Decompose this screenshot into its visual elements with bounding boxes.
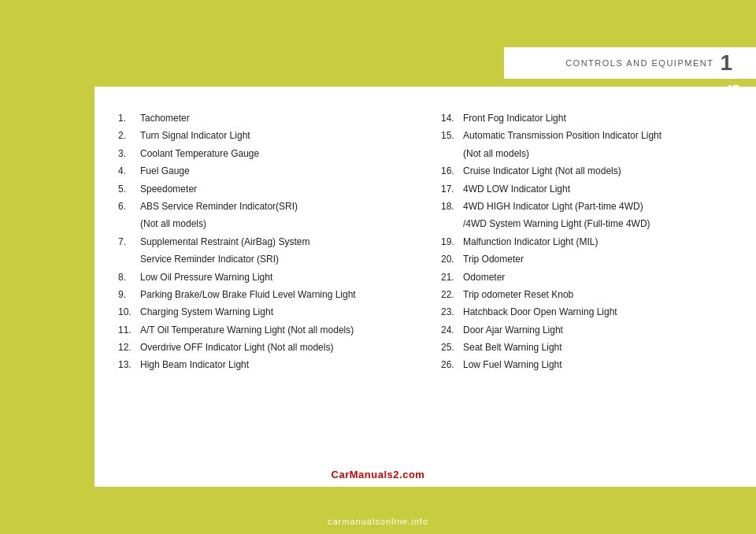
list-item-text: Trip Odometer: [463, 251, 732, 267]
list-item: 6.ABS Service Reminder Indicator(SRI): [118, 198, 410, 214]
list-item: 12.Overdrive OFF Indicator Light (Not al…: [118, 339, 410, 355]
list-item-number: 15.: [441, 128, 463, 143]
list-item-text: Cruise Indicator Light (Not all models): [463, 163, 732, 179]
list-item-text: 4WD LOW Indicator Light: [463, 181, 732, 197]
watermark: CarManuals2.com: [332, 469, 425, 480]
list-item: 7.Supplemental Restraint (AirBag) System…: [118, 234, 410, 268]
left-list: 1.Tachometer2.Turn Signal Indicator Ligh…: [118, 110, 410, 471]
list-item-text: High Beam Indicator Light: [140, 357, 410, 373]
list-item-number: 26.: [441, 357, 463, 373]
list-item: 3.Coolant Temperature Gauge: [118, 146, 410, 161]
list-item-number: 4.: [118, 163, 140, 179]
list-item: 13.High Beam Indicator Light: [118, 357, 410, 373]
list-item: 1.Tachometer: [118, 110, 410, 126]
list-item: 11.A/T Oil Temperature Warning Light (No…: [118, 322, 410, 338]
list-item-number: 20.: [441, 251, 463, 267]
list-item: 4.Fuel Gauge: [118, 163, 410, 179]
list-item-number: 7.: [118, 234, 140, 250]
list-item-text: Supplemental Restraint (AirBag) System: [140, 234, 410, 250]
list-item: 1.Tachometer: [118, 110, 410, 126]
list-item: 18.4WD HIGH Indicator Light (Part-time 4…: [441, 198, 732, 232]
list-item: 21.Odometer: [441, 269, 732, 285]
list-item: 23.Hatchback Door Open Warning Light: [441, 304, 732, 320]
list-item-indent: /4WD System Warning Light (Full-time 4WD…: [441, 216, 732, 232]
list-item: 17.4WD LOW Indicator Light: [441, 181, 732, 197]
left-bar: [0, 87, 94, 487]
list-item: 17.4WD LOW Indicator Light: [441, 181, 732, 197]
list-item-text: 4WD HIGH Indicator Light (Part-time 4WD): [463, 198, 732, 214]
list-item-number: 23.: [441, 304, 463, 320]
list-item: 8.Low Oil Pressure Warning Light: [118, 269, 410, 285]
list-item: 7.Supplemental Restraint (AirBag) System: [118, 234, 410, 250]
list-item-number: 11.: [118, 322, 140, 338]
list-item-number: 8.: [118, 269, 140, 285]
list-item: 16.Cruise Indicator Light (Not all model…: [441, 163, 732, 179]
list-item-number: 24.: [441, 322, 463, 338]
list-item: 16.Cruise Indicator Light (Not all model…: [441, 163, 732, 179]
list-item: 24.Door Ajar Warning Light: [441, 322, 732, 338]
list-item-indent: (Not all models): [118, 216, 410, 232]
list-item-number: 16.: [441, 163, 463, 179]
list-item: 20.Trip Odometer: [441, 251, 732, 267]
list-item: 15.Automatic Transmission Position Indic…: [441, 128, 732, 161]
list-item: 2.Turn Signal Indicator Light: [118, 128, 410, 143]
list-item: 10.Charging System Warning Light: [118, 304, 410, 320]
list-item: 23.Hatchback Door Open Warning Light: [441, 304, 732, 320]
list-item-text: Trip odometer Reset Knob: [463, 287, 732, 302]
bottom-bar: carmanualsonline.info: [0, 487, 756, 534]
list-item: 14.Front Fog Indicator Light: [441, 110, 732, 126]
list-item-number: 9.: [118, 287, 140, 302]
list-item-text: Hatchback Door Open Warning Light: [463, 304, 732, 320]
list-item-indent: Service Reminder Indicator (SRI): [118, 251, 410, 267]
list-item-number: 22.: [441, 287, 463, 302]
list-item-number: 5.: [118, 181, 140, 197]
list-item-number: 19.: [441, 234, 463, 250]
list-item: 9.Parking Brake/Low Brake Fluid Level Wa…: [118, 287, 410, 302]
chapter-title: CONTROLS AND EQUIPMENT: [565, 58, 713, 68]
list-item: 8.Low Oil Pressure Warning Light: [118, 269, 410, 285]
list-item: 3.Coolant Temperature Gauge: [118, 146, 410, 161]
list-item-text: Speedometer: [140, 181, 410, 197]
footer-website: carmanualsonline.info: [328, 517, 428, 526]
list-item-text: Coolant Temperature Gauge: [140, 146, 410, 161]
list-item-text: Door Ajar Warning Light: [463, 322, 732, 338]
list-item-text: Parking Brake/Low Brake Fluid Level Warn…: [140, 287, 410, 302]
list-item-text: Low Fuel Warning Light: [463, 357, 732, 373]
list-item-number: 12.: [118, 339, 140, 355]
list-item: 25.Seat Belt Warning Light: [441, 339, 732, 355]
list-item-number: 25.: [441, 339, 463, 355]
list-item-text: Turn Signal Indicator Light: [140, 128, 410, 143]
list-item-text: ABS Service Reminder Indicator(SRI): [140, 198, 410, 214]
list-item: 9.Parking Brake/Low Brake Fluid Level Wa…: [118, 287, 410, 302]
chapter-header: CONTROLS AND EQUIPMENT 1: [504, 47, 756, 79]
list-item-text: Fuel Gauge: [140, 163, 410, 179]
list-item: 18.4WD HIGH Indicator Light (Part-time 4…: [441, 198, 732, 214]
list-item-text: Charging System Warning Light: [140, 304, 410, 320]
list-item-text: Seat Belt Warning Light: [463, 339, 732, 355]
list-item-text: A/T Oil Temperature Warning Light (Not a…: [140, 322, 410, 338]
list-item-text: Front Fog Indicator Light: [463, 110, 732, 126]
list-item-number: 2.: [118, 128, 140, 143]
list-item-text: Odometer: [463, 269, 732, 285]
list-item: 11.A/T Oil Temperature Warning Light (No…: [118, 322, 410, 338]
list-item-number: 13.: [118, 357, 140, 373]
list-item-number: 10.: [118, 304, 140, 320]
list-item-text: Overdrive OFF Indicator Light (Not all m…: [140, 339, 410, 355]
main-content: 1.Tachometer2.Turn Signal Indicator Ligh…: [94, 87, 756, 487]
list-item: 14.Front Fog Indicator Light: [441, 110, 732, 126]
chapter-number: 1: [720, 50, 732, 76]
list-item: 2.Turn Signal Indicator Light: [118, 128, 410, 143]
list-item-text: Tachometer: [140, 110, 410, 126]
list-item: 26.Low Fuel Warning Light: [441, 357, 732, 373]
list-item: 26.Low Fuel Warning Light: [441, 357, 732, 373]
list-item: 5.Speedometer: [118, 181, 410, 197]
list-item-number: 14.: [441, 110, 463, 126]
list-item-number: 17.: [441, 181, 463, 197]
list-item-text: Automatic Transmission Position Indicato…: [463, 128, 732, 143]
list-item-indent: (Not all models): [441, 146, 732, 161]
list-item: 4.Fuel Gauge: [118, 163, 410, 179]
list-item-number: 18.: [441, 198, 463, 214]
list-item: 22.Trip odometer Reset Knob: [441, 287, 732, 302]
list-item-number: 3.: [118, 146, 140, 161]
list-item: 15.Automatic Transmission Position Indic…: [441, 128, 732, 143]
